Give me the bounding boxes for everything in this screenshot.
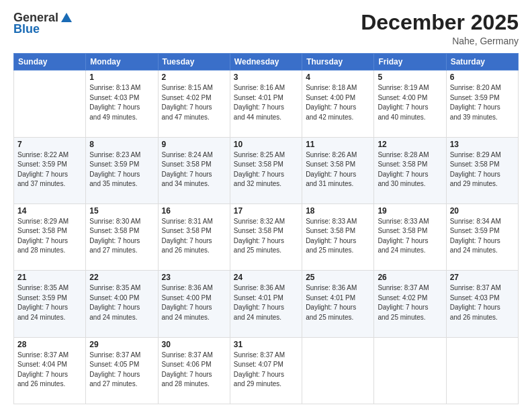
calendar-week-3: 14Sunrise: 8:29 AM Sunset: 3:58 PM Dayli… — [14, 203, 519, 270]
day-info: Sunrise: 8:20 AM Sunset: 3:59 PM Dayligh… — [450, 83, 515, 122]
day-number: 1 — [89, 73, 154, 82]
day-info: Sunrise: 8:37 AM Sunset: 4:06 PM Dayligh… — [162, 351, 226, 390]
day-info: Sunrise: 8:30 AM Sunset: 3:58 PM Dayligh… — [89, 217, 154, 256]
svg-marker-0 — [61, 13, 72, 22]
day-info: Sunrise: 8:28 AM Sunset: 3:58 PM Dayligh… — [378, 150, 442, 189]
logo: General Blue — [13, 11, 73, 36]
calendar-cell — [302, 337, 374, 404]
calendar-cell: 14Sunrise: 8:29 AM Sunset: 3:58 PM Dayli… — [14, 203, 86, 270]
calendar-week-4: 21Sunrise: 8:35 AM Sunset: 3:59 PM Dayli… — [14, 271, 519, 337]
calendar-cell: 19Sunrise: 8:33 AM Sunset: 3:58 PM Dayli… — [374, 203, 446, 270]
day-number: 22 — [89, 273, 154, 282]
calendar-cell: 22Sunrise: 8:35 AM Sunset: 4:00 PM Dayli… — [86, 271, 158, 337]
day-info: Sunrise: 8:37 AM Sunset: 4:02 PM Dayligh… — [378, 283, 442, 322]
day-number: 5 — [378, 73, 442, 82]
calendar-header-row: SundayMondayTuesdayWednesdayThursdayFrid… — [14, 54, 519, 71]
calendar-cell: 21Sunrise: 8:35 AM Sunset: 3:59 PM Dayli… — [14, 271, 86, 337]
calendar-header-sunday: Sunday — [14, 54, 86, 71]
day-number: 20 — [450, 206, 515, 216]
day-info: Sunrise: 8:37 AM Sunset: 4:03 PM Dayligh… — [450, 283, 515, 322]
day-info: Sunrise: 8:33 AM Sunset: 3:58 PM Dayligh… — [378, 217, 442, 256]
day-number: 26 — [378, 273, 442, 282]
title-block: December 2025 Nahe, Germany — [361, 11, 519, 46]
day-info: Sunrise: 8:37 AM Sunset: 4:04 PM Dayligh… — [17, 351, 82, 390]
day-info: Sunrise: 8:26 AM Sunset: 3:58 PM Dayligh… — [306, 150, 370, 189]
day-info: Sunrise: 8:36 AM Sunset: 4:01 PM Dayligh… — [306, 283, 370, 322]
calendar-cell: 8Sunrise: 8:23 AM Sunset: 3:59 PM Daylig… — [86, 137, 158, 203]
day-info: Sunrise: 8:36 AM Sunset: 4:01 PM Dayligh… — [234, 283, 298, 322]
day-number: 29 — [89, 340, 154, 349]
location: Nahe, Germany — [361, 36, 519, 46]
calendar-cell: 5Sunrise: 8:19 AM Sunset: 4:00 PM Daylig… — [374, 71, 446, 137]
day-number: 18 — [306, 206, 370, 216]
day-info: Sunrise: 8:36 AM Sunset: 4:00 PM Dayligh… — [162, 283, 226, 322]
day-number: 12 — [378, 140, 442, 149]
calendar-header-thursday: Thursday — [302, 54, 374, 71]
logo-blue-text: Blue — [13, 22, 40, 36]
day-info: Sunrise: 8:37 AM Sunset: 4:05 PM Dayligh… — [89, 351, 154, 390]
calendar-cell: 27Sunrise: 8:37 AM Sunset: 4:03 PM Dayli… — [446, 271, 518, 337]
calendar-cell — [374, 337, 446, 404]
day-info: Sunrise: 8:31 AM Sunset: 3:58 PM Dayligh… — [162, 217, 226, 256]
day-number: 15 — [89, 206, 154, 216]
day-number: 17 — [234, 206, 298, 216]
day-info: Sunrise: 8:24 AM Sunset: 3:58 PM Dayligh… — [162, 150, 226, 189]
calendar-week-5: 28Sunrise: 8:37 AM Sunset: 4:04 PM Dayli… — [14, 337, 519, 404]
header: General Blue December 2025 Nahe, Germany — [13, 11, 519, 46]
day-info: Sunrise: 8:29 AM Sunset: 3:58 PM Dayligh… — [450, 150, 515, 189]
calendar-cell: 23Sunrise: 8:36 AM Sunset: 4:00 PM Dayli… — [158, 271, 230, 337]
calendar-cell: 9Sunrise: 8:24 AM Sunset: 3:58 PM Daylig… — [158, 137, 230, 203]
calendar-cell: 13Sunrise: 8:29 AM Sunset: 3:58 PM Dayli… — [446, 137, 518, 203]
day-info: Sunrise: 8:19 AM Sunset: 4:00 PM Dayligh… — [378, 83, 442, 122]
day-info: Sunrise: 8:33 AM Sunset: 3:58 PM Dayligh… — [306, 217, 370, 256]
day-number: 28 — [17, 340, 82, 349]
month-title: December 2025 — [361, 11, 519, 34]
calendar-cell: 25Sunrise: 8:36 AM Sunset: 4:01 PM Dayli… — [302, 271, 374, 337]
calendar-cell: 29Sunrise: 8:37 AM Sunset: 4:05 PM Dayli… — [86, 337, 158, 404]
day-number: 19 — [378, 206, 442, 216]
calendar-cell: 17Sunrise: 8:32 AM Sunset: 3:58 PM Dayli… — [230, 203, 302, 270]
day-info: Sunrise: 8:23 AM Sunset: 3:59 PM Dayligh… — [89, 150, 154, 189]
day-number: 16 — [162, 206, 226, 216]
day-number: 25 — [306, 273, 370, 282]
day-number: 13 — [450, 140, 515, 149]
calendar-header-friday: Friday — [374, 54, 446, 71]
day-number: 24 — [234, 273, 298, 282]
day-info: Sunrise: 8:35 AM Sunset: 3:59 PM Dayligh… — [17, 283, 82, 322]
day-info: Sunrise: 8:37 AM Sunset: 4:07 PM Dayligh… — [234, 351, 298, 390]
calendar-cell: 4Sunrise: 8:18 AM Sunset: 4:00 PM Daylig… — [302, 71, 374, 137]
day-number: 10 — [234, 140, 298, 149]
day-number: 21 — [17, 273, 82, 282]
calendar-cell: 20Sunrise: 8:34 AM Sunset: 3:59 PM Dayli… — [446, 203, 518, 270]
calendar-table: SundayMondayTuesdayWednesdayThursdayFrid… — [13, 53, 519, 404]
calendar-cell: 12Sunrise: 8:28 AM Sunset: 3:58 PM Dayli… — [374, 137, 446, 203]
day-info: Sunrise: 8:16 AM Sunset: 4:01 PM Dayligh… — [234, 83, 298, 122]
calendar-week-1: 1Sunrise: 8:13 AM Sunset: 4:03 PM Daylig… — [14, 71, 519, 137]
calendar-cell: 16Sunrise: 8:31 AM Sunset: 3:58 PM Dayli… — [158, 203, 230, 270]
calendar-cell: 31Sunrise: 8:37 AM Sunset: 4:07 PM Dayli… — [230, 337, 302, 404]
calendar-cell: 26Sunrise: 8:37 AM Sunset: 4:02 PM Dayli… — [374, 271, 446, 337]
calendar-cell — [446, 337, 518, 404]
calendar-cell: 30Sunrise: 8:37 AM Sunset: 4:06 PM Dayli… — [158, 337, 230, 404]
day-number: 9 — [162, 140, 226, 149]
day-info: Sunrise: 8:22 AM Sunset: 3:59 PM Dayligh… — [17, 150, 82, 189]
calendar-cell: 15Sunrise: 8:30 AM Sunset: 3:58 PM Dayli… — [86, 203, 158, 270]
calendar-header-wednesday: Wednesday — [230, 54, 302, 71]
day-info: Sunrise: 8:29 AM Sunset: 3:58 PM Dayligh… — [17, 217, 82, 256]
day-number: 6 — [450, 73, 515, 82]
day-number: 8 — [89, 140, 154, 149]
calendar-cell: 11Sunrise: 8:26 AM Sunset: 3:58 PM Dayli… — [302, 137, 374, 203]
calendar-cell: 2Sunrise: 8:15 AM Sunset: 4:02 PM Daylig… — [158, 71, 230, 137]
day-number: 31 — [234, 340, 298, 349]
day-info: Sunrise: 8:15 AM Sunset: 4:02 PM Dayligh… — [162, 83, 226, 122]
day-number: 27 — [450, 273, 515, 282]
day-number: 4 — [306, 73, 370, 82]
page: General Blue December 2025 Nahe, Germany… — [0, 0, 532, 411]
calendar-cell: 28Sunrise: 8:37 AM Sunset: 4:04 PM Dayli… — [14, 337, 86, 404]
day-number: 11 — [306, 140, 370, 149]
day-info: Sunrise: 8:25 AM Sunset: 3:58 PM Dayligh… — [234, 150, 298, 189]
day-info: Sunrise: 8:32 AM Sunset: 3:58 PM Dayligh… — [234, 217, 298, 256]
calendar-cell: 10Sunrise: 8:25 AM Sunset: 3:58 PM Dayli… — [230, 137, 302, 203]
day-number: 2 — [162, 73, 226, 82]
calendar-cell — [14, 71, 86, 137]
